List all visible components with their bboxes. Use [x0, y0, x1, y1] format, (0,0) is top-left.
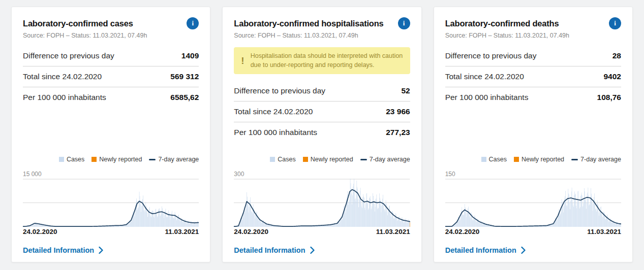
info-button[interactable]: i	[609, 17, 621, 29]
card-title: Laboratory-confirmed deaths	[445, 17, 559, 28]
x-axis-end-label: 11.03.2021	[587, 228, 621, 235]
legend-label: 7-day average	[580, 156, 621, 163]
stat-row-per-100k: Per 100 000 inhabitants 108,76	[445, 87, 621, 108]
newly-reported-swatch-icon	[91, 157, 97, 162]
stat-value: 6585,62	[170, 93, 199, 102]
detailed-information-link[interactable]: Detailed Information	[23, 246, 103, 254]
card-deaths: Laboratory-confirmed deaths i Source: FO…	[434, 7, 633, 262]
chevron-right-icon	[521, 247, 526, 254]
detailed-information-link[interactable]: Detailed Information	[234, 246, 314, 254]
stat-label: Per 100 000 inhabitants	[445, 93, 529, 102]
stat-row-total: Total since 24.02.2020 23 966	[234, 101, 410, 122]
cases-swatch-icon	[270, 157, 275, 162]
legend-label: Cases	[278, 156, 295, 163]
source-status-line: Source: FOPH – Status: 11.03.2021, 07.49…	[23, 32, 199, 39]
average-line-swatch-icon	[360, 159, 367, 160]
card-hospitalisations: Laboratory-confirmed hospitalisations i …	[222, 7, 421, 262]
legend-item-newly-reported: Newly reported	[303, 156, 353, 163]
detailed-information-label: Detailed Information	[445, 246, 516, 254]
x-axis-start-label: 24.02.2020	[234, 228, 268, 235]
chart-legend: Cases Newly reported 7-day average	[23, 156, 199, 163]
warning-text: Hospitalisation data should be interpret…	[251, 52, 404, 70]
legend-item-newly-reported: Newly reported	[514, 156, 564, 163]
info-icon: i	[192, 19, 194, 27]
y-axis-max-label: 300	[234, 171, 410, 178]
stat-label: Difference to previous day	[23, 51, 114, 60]
y-axis-max-label: 15 000	[23, 171, 199, 178]
x-axis-end-label: 11.03.2021	[376, 228, 410, 235]
stat-value: 9402	[604, 72, 621, 81]
stat-row-per-100k: Per 100 000 inhabitants 277,23	[234, 122, 410, 143]
detailed-information-link[interactable]: Detailed Information	[445, 246, 526, 254]
legend-item-7-day-average: 7-day average	[360, 156, 410, 163]
legend-label: 7-day average	[158, 156, 199, 163]
chart-legend: Cases Newly reported 7-day average	[234, 156, 410, 163]
stat-row-total: Total since 24.02.2020 569 312	[23, 66, 199, 87]
cases-swatch-icon	[481, 157, 486, 162]
stat-value: 52	[401, 86, 410, 95]
stat-value: 569 312	[170, 72, 199, 81]
chart-section: Cases Newly reported 7-day average 15 00…	[23, 156, 199, 255]
legend-label: Cases	[489, 156, 507, 163]
x-axis-start-label: 24.02.2020	[445, 228, 480, 235]
stat-value: 28	[612, 51, 621, 60]
warning-icon: !	[241, 56, 244, 65]
detailed-information-label: Detailed Information	[23, 246, 94, 254]
stats-table: Difference to previous day 1409 Total si…	[23, 48, 199, 108]
stat-label: Per 100 000 inhabitants	[234, 128, 317, 137]
stat-label: Total since 24.02.2020	[23, 72, 102, 81]
legend-label: 7-day average	[370, 156, 410, 163]
stat-label: Total since 24.02.2020	[234, 107, 313, 116]
stat-value: 1409	[181, 51, 199, 60]
info-button[interactable]: i	[187, 17, 199, 29]
deaths-sparkline-chart	[445, 179, 621, 227]
stats-table: Difference to previous day 52 Total sinc…	[234, 83, 410, 143]
stat-row-difference: Difference to previous day 52	[234, 83, 410, 101]
cases-swatch-icon	[59, 157, 64, 162]
newly-reported-swatch-icon	[514, 157, 519, 162]
legend-item-7-day-average: 7-day average	[571, 156, 621, 163]
chart-section: Cases Newly reported 7-day average 300 2…	[234, 156, 410, 255]
hospitalisations-sparkline-chart	[234, 179, 410, 227]
chevron-right-icon	[99, 247, 103, 254]
legend-label: Newly reported	[522, 156, 564, 163]
card-title: Laboratory-confirmed cases	[23, 17, 133, 28]
stat-label: Difference to previous day	[234, 86, 325, 95]
average-line-swatch-icon	[149, 159, 156, 160]
stat-row-total: Total since 24.02.2020 9402	[445, 66, 621, 87]
x-axis-end-label: 11.03.2021	[165, 228, 199, 235]
warning-banner: ! Hospitalisation data should be interpr…	[234, 47, 410, 74]
chart-section: Cases Newly reported 7-day average 150 2…	[445, 156, 621, 255]
dashboard-cards: Laboratory-confirmed cases i Source: FOP…	[0, 0, 644, 270]
stat-value: 277,23	[386, 128, 410, 137]
chart-legend: Cases Newly reported 7-day average	[445, 156, 621, 163]
cases-sparkline-chart	[23, 179, 199, 227]
stat-row-difference: Difference to previous day 28	[445, 48, 621, 66]
x-axis-start-label: 24.02.2020	[23, 228, 57, 235]
legend-item-7-day-average: 7-day average	[149, 156, 199, 163]
legend-item-newly-reported: Newly reported	[91, 156, 142, 163]
legend-label: Newly reported	[99, 156, 142, 163]
newly-reported-swatch-icon	[303, 157, 308, 162]
stats-table: Difference to previous day 28 Total sinc…	[445, 48, 621, 108]
stat-value: 23 966	[386, 107, 410, 116]
chevron-right-icon	[310, 247, 315, 254]
detailed-information-label: Detailed Information	[234, 246, 305, 254]
stat-row-per-100k: Per 100 000 inhabitants 6585,62	[23, 87, 199, 108]
legend-item-cases: Cases	[59, 156, 84, 163]
legend-item-cases: Cases	[481, 156, 507, 163]
info-icon: i	[403, 19, 405, 27]
average-line-swatch-icon	[571, 159, 578, 160]
legend-item-cases: Cases	[270, 156, 295, 163]
legend-label: Cases	[67, 156, 84, 163]
y-axis-max-label: 150	[445, 171, 621, 178]
source-status-line: Source: FOPH – Status: 11.03.2021, 07.49…	[445, 32, 621, 39]
source-status-line: Source: FOPH – Status: 11.03.2021, 07.49…	[234, 32, 410, 39]
stat-label: Total since 24.02.2020	[445, 72, 524, 81]
card-title: Laboratory-confirmed hospitalisations	[234, 17, 383, 28]
card-cases: Laboratory-confirmed cases i Source: FOP…	[11, 7, 210, 262]
info-button[interactable]: i	[398, 17, 410, 29]
legend-label: Newly reported	[311, 156, 353, 163]
stat-label: Difference to previous day	[445, 51, 537, 60]
stat-label: Per 100 000 inhabitants	[23, 93, 106, 102]
